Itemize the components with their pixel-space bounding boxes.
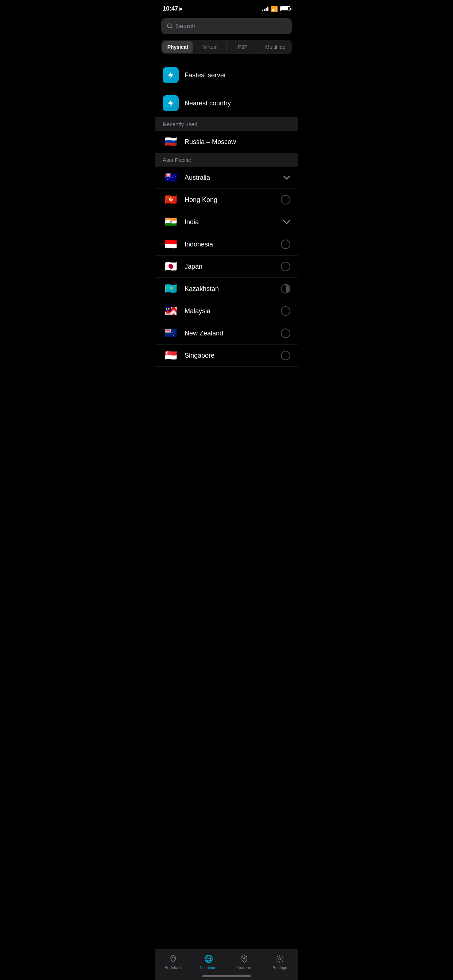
tab-divider-3 xyxy=(259,43,259,51)
malaysia-flag: 🇲🇾 xyxy=(163,305,179,317)
tab-divider-2 xyxy=(226,43,227,51)
japan-flag: 🇯🇵 xyxy=(163,261,179,272)
asia-pacific-header: Asia Pacific xyxy=(155,153,298,167)
singapore-flag: 🇸🇬 xyxy=(163,350,179,361)
tab-multihop[interactable]: MultiHop xyxy=(260,41,291,53)
signal-bars-icon xyxy=(262,6,268,11)
hong-kong-name: Hong Kong xyxy=(185,196,275,204)
australia-item[interactable]: 🇦🇺 Australia xyxy=(155,167,298,189)
hong-kong-item[interactable]: 🇭🇰 Hong Kong xyxy=(155,189,298,211)
new-zealand-name: New Zealand xyxy=(185,329,275,337)
search-bar[interactable]: Search xyxy=(161,18,292,34)
singapore-select-icon[interactable] xyxy=(281,351,290,360)
russia-moscow-name: Russia – Moscow xyxy=(185,138,290,146)
status-icons: 📶 xyxy=(262,5,290,13)
status-time: 10:47 xyxy=(163,5,178,13)
russia-flag: 🇷🇺 xyxy=(163,136,179,148)
japan-name: Japan xyxy=(185,263,275,270)
malaysia-name: Malaysia xyxy=(185,307,275,315)
kazakhstan-name: Kazakhstan xyxy=(185,285,275,293)
indonesia-select-icon[interactable] xyxy=(281,240,290,249)
indonesia-item[interactable]: 🇮🇩 Indonesia xyxy=(155,233,298,256)
hong-kong-flag: 🇭🇰 xyxy=(163,194,179,205)
tabs-container: Physical Virtual P2P MultiHop xyxy=(161,40,292,54)
new-zealand-item[interactable]: 🇳🇿 New Zealand xyxy=(155,322,298,345)
indonesia-flag: 🇮🇩 xyxy=(163,239,179,250)
quick-options: Fastest server Nearest country xyxy=(155,61,298,118)
battery-icon xyxy=(280,6,290,11)
india-flag: 🇮🇳 xyxy=(163,216,179,228)
malaysia-select-icon[interactable] xyxy=(281,306,290,316)
singapore-name: Singapore xyxy=(185,352,275,360)
kazakhstan-flag: 🇰🇿 xyxy=(163,283,179,294)
tab-physical[interactable]: Physical xyxy=(162,41,193,53)
fastest-server-item[interactable]: Fastest server xyxy=(155,61,298,89)
new-zealand-select-icon[interactable] xyxy=(281,328,290,338)
indonesia-name: Indonesia xyxy=(185,240,275,248)
hong-kong-select-icon[interactable] xyxy=(281,195,290,205)
recently-used-header: Recently used xyxy=(155,118,298,131)
nearest-country-label: Nearest country xyxy=(185,100,231,107)
japan-select-icon[interactable] xyxy=(281,262,290,271)
search-icon xyxy=(167,23,173,29)
tab-p2p[interactable]: P2P xyxy=(228,41,258,53)
wifi-icon: 📶 xyxy=(271,5,278,13)
australia-chevron-icon xyxy=(283,174,290,181)
svg-marker-1 xyxy=(168,72,173,78)
kazakhstan-select-icon[interactable] xyxy=(281,284,290,293)
russia-moscow-item[interactable]: 🇷🇺 Russia – Moscow xyxy=(155,131,298,153)
australia-flag: 🇦🇺 xyxy=(163,172,179,183)
location-icon: ▶ xyxy=(179,6,183,11)
malaysia-item[interactable]: 🇲🇾 Malaysia xyxy=(155,300,298,322)
fastest-server-icon xyxy=(163,67,179,83)
japan-item[interactable]: 🇯🇵 Japan xyxy=(155,256,298,278)
tab-divider-1 xyxy=(194,43,194,51)
india-chevron-icon xyxy=(283,218,290,226)
status-bar: 10:47 ▶ 📶 xyxy=(155,0,298,15)
search-placeholder: Search xyxy=(176,22,196,30)
nearest-country-item[interactable]: Nearest country xyxy=(155,89,298,118)
australia-name: Australia xyxy=(185,174,277,181)
india-name: India xyxy=(185,218,277,226)
new-zealand-flag: 🇳🇿 xyxy=(163,328,179,339)
singapore-item[interactable]: 🇸🇬 Singapore xyxy=(155,345,298,367)
nearest-country-icon xyxy=(163,95,179,111)
india-item[interactable]: 🇮🇳 India xyxy=(155,211,298,233)
svg-marker-2 xyxy=(168,100,173,107)
fastest-server-label: Fastest server xyxy=(185,72,226,79)
tab-virtual[interactable]: Virtual xyxy=(195,41,225,53)
kazakhstan-item[interactable]: 🇰🇿 Kazakhstan xyxy=(155,278,298,300)
